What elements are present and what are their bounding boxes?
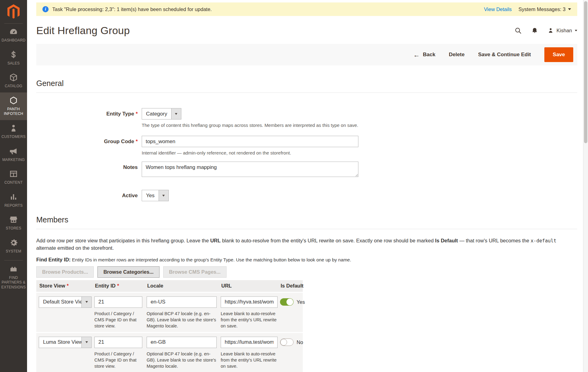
select-dropdown-button[interactable]	[81, 337, 91, 348]
select-dropdown-button[interactable]	[81, 297, 91, 307]
scrollbar-thumb[interactable]	[584, 1, 587, 143]
browse-products-button: Browse Products...	[36, 266, 94, 278]
notes-label: Notes	[36, 162, 138, 170]
group-code-input[interactable]	[142, 136, 358, 147]
back-button[interactable]: ← Back	[413, 52, 436, 58]
user-menu[interactable]: Kishan	[547, 27, 577, 34]
member-row: Default Store View Yes Product / Categor…	[36, 293, 303, 332]
marketing-icon	[9, 147, 18, 156]
delete-button[interactable]: Delete	[449, 52, 464, 58]
sidebar-item-label: MARKETING	[2, 158, 25, 163]
bell-icon	[531, 27, 538, 34]
dashboard-icon	[9, 27, 18, 36]
locale-helper: Optional BCP 47 locale (e.g. en-GB). Lea…	[147, 351, 217, 369]
sidebar-item-label: CONTENT	[4, 180, 22, 185]
is-default-toggle[interactable]	[280, 339, 294, 346]
sidebar-item-stores[interactable]: STORES	[0, 212, 27, 235]
locale-input[interactable]	[147, 337, 217, 348]
sidebar-item-label: CATALOG	[5, 84, 22, 89]
sidebar-divider	[4, 260, 23, 260]
column-is-default: Is Default	[280, 283, 303, 289]
admin-sidebar: DASHBOARD SALES CATALOG PANTH INFOTECH C…	[0, 0, 27, 372]
page-scrollbar	[583, 0, 588, 372]
browse-categories-button[interactable]: Browse Categories...	[97, 266, 159, 278]
reports-icon	[9, 192, 18, 202]
system-messages-dropdown[interactable]: System Messages: 3	[519, 6, 571, 12]
notes-textarea[interactable]: Women tops hreflang mapping	[142, 162, 358, 177]
chevron-down-icon	[175, 113, 177, 115]
sidebar-item-customers[interactable]: CUSTOMERS	[0, 120, 27, 143]
view-details-link[interactable]: View Details	[484, 6, 511, 12]
entity-id-input[interactable]	[94, 337, 142, 348]
entity-id-input[interactable]	[94, 296, 142, 308]
group-code-note: Internal identifier — admin-only referen…	[142, 150, 358, 155]
sidebar-item-label: STORES	[6, 226, 21, 231]
chevron-down-icon	[575, 30, 577, 31]
entity-type-label: Entity Type*	[36, 108, 138, 117]
sidebar-item-catalog[interactable]: CATALOG	[0, 69, 27, 92]
catalog-icon	[9, 73, 18, 82]
info-icon: i	[42, 6, 49, 12]
main-content: i Task "Rule processing: 2,3": 1 item(s)…	[27, 0, 588, 372]
hexagon-icon	[9, 96, 18, 105]
general-heading: General	[36, 79, 577, 88]
chevron-down-icon	[85, 301, 88, 303]
select-dropdown-button[interactable]	[159, 190, 168, 201]
member-row: Luma Store View No Product / Category / …	[36, 333, 303, 372]
entity-id-helper: Product / Category / CMS Page ID on that…	[94, 351, 142, 369]
sidebar-item-marketing[interactable]: MARKETING	[0, 143, 27, 166]
sidebar-item-dashboard[interactable]: DASHBOARD	[0, 24, 27, 47]
magento-logo[interactable]	[0, 0, 27, 23]
locale-input[interactable]	[147, 296, 217, 308]
column-url: URL	[221, 283, 278, 289]
required-mark: *	[136, 139, 138, 144]
search-button[interactable]	[515, 27, 522, 34]
browse-cms-pages-button: Browse CMS Pages...	[163, 266, 227, 278]
save-button[interactable]: Save	[544, 47, 573, 62]
active-label: Active	[36, 190, 138, 199]
sidebar-item-find-partners[interactable]: FIND PARTNERS & EXTENSIONS	[0, 261, 27, 294]
store-view-value: Luma Store View	[39, 337, 81, 348]
user-name: Kishan	[557, 28, 572, 33]
sidebar-item-label: CUSTOMERS	[2, 135, 26, 139]
members-intro: Add one row per store view that particip…	[36, 237, 577, 252]
is-default-toggle-label: No	[297, 339, 303, 345]
members-section: Members Add one row per store view that …	[36, 215, 577, 372]
sidebar-item-label: FIND PARTNERS & EXTENSIONS	[1, 276, 26, 290]
group-code-label: Group Code*	[36, 136, 138, 145]
notifications-button[interactable]	[531, 27, 538, 34]
browse-buttons: Browse Products... Browse Categories... …	[36, 266, 577, 278]
search-icon	[515, 27, 522, 34]
chevron-down-icon	[568, 8, 571, 10]
active-select[interactable]: Yes	[142, 190, 169, 201]
url-helper: Leave blank to auto-resolve from the ent…	[221, 311, 278, 329]
save-continue-button[interactable]: Save & Continue Edit	[478, 52, 531, 58]
page-title: Edit Hreflang Group	[36, 25, 130, 37]
members-table: Store View* Entity ID* Locale URL Is Def…	[36, 280, 303, 372]
system-message-bar: i Task "Rule processing: 2,3": 1 item(s)…	[36, 2, 577, 16]
entity-type-select[interactable]: Category	[142, 108, 181, 119]
sidebar-item-reports[interactable]: REPORTS	[0, 189, 27, 212]
sidebar-item-system[interactable]: SYSTEM	[0, 235, 27, 258]
locale-helper: Optional BCP 47 locale (e.g. en-GB). Lea…	[147, 311, 217, 329]
section-divider	[36, 92, 577, 93]
url-input[interactable]	[221, 296, 278, 308]
store-view-select[interactable]: Default Store View	[39, 296, 92, 308]
members-table-header: Store View* Entity ID* Locale URL Is Def…	[36, 280, 303, 292]
sidebar-item-sales[interactable]: SALES	[0, 47, 27, 70]
sidebar-item-label: SALES	[7, 61, 20, 66]
store-view-value: Default Store View	[39, 297, 81, 307]
select-dropdown-button[interactable]	[171, 108, 181, 119]
url-input[interactable]	[221, 337, 278, 348]
sidebar-item-panth-infotech[interactable]: PANTH INFOTECH	[0, 92, 27, 120]
sidebar-item-label: PANTH INFOTECH	[1, 107, 26, 116]
system-messages-label: System Messages: 3	[519, 6, 566, 12]
sidebar-item-content[interactable]: CONTENT	[0, 166, 27, 189]
chevron-down-icon	[85, 341, 88, 343]
toggle-knob	[280, 339, 287, 346]
is-default-toggle[interactable]	[280, 298, 294, 306]
toggle-knob	[286, 299, 293, 305]
stores-icon	[9, 215, 18, 224]
section-divider	[36, 229, 577, 229]
store-view-select[interactable]: Luma Store View	[39, 337, 92, 348]
